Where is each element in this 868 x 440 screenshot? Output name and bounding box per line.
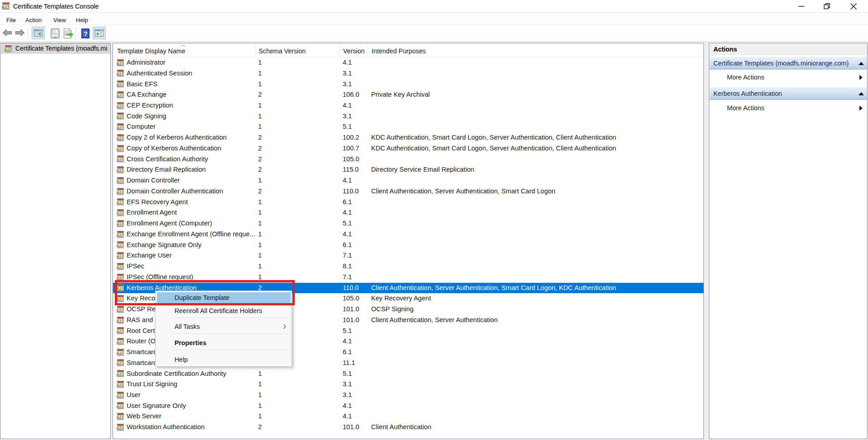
svg-text:?: ? bbox=[83, 30, 87, 37]
